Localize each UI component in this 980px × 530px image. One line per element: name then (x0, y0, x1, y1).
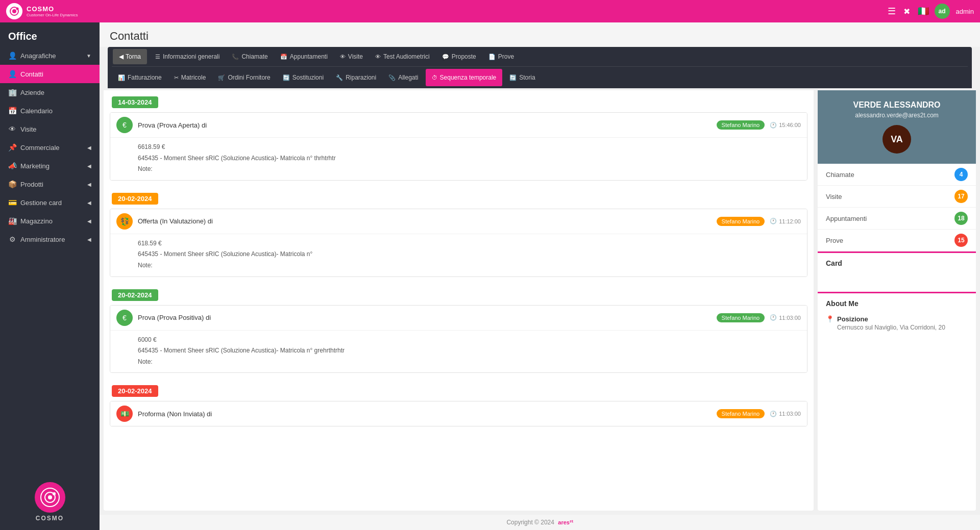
event-detail-price-3: 6000 € (138, 335, 801, 346)
sidebar-item-anagrafiche[interactable]: 👤 Anagrafiche ▼ (0, 46, 100, 65)
event-detail-product-3: 645435 - Moment Sheer sRIC (Soluzione Ac… (138, 345, 801, 357)
contact-card-header: VERDE ALESSANDRO alessandro.verde@ares2t… (818, 90, 976, 164)
card-section-title: Card (818, 253, 976, 271)
tab-proposte[interactable]: 💬 Proposte (436, 47, 482, 66)
sidebar: Office 👤 Anagrafiche ▼ 👤 Contatti 🏢 Azie… (0, 22, 100, 530)
hamburger-icon[interactable]: ☰ (888, 6, 896, 17)
event-title-1: Prova (Prova Aperta) di (138, 121, 712, 129)
tab-matricole-label: Matricole (181, 74, 206, 81)
tab-fatturazione-label: Fatturazione (128, 74, 162, 81)
tab-sequenza-label: Sequenza temporale (440, 74, 497, 81)
tab-appuntamenti[interactable]: 📅 Appuntamenti (274, 47, 334, 66)
sidebar-label-aziende: Aziende (20, 89, 44, 96)
tab-prove-label: Prove (498, 53, 514, 60)
tab-test[interactable]: 👁 Test Audiometrici (369, 47, 436, 66)
chevron-icon-comm: ◀ (87, 145, 91, 150)
sidebar-item-calendario[interactable]: 📅 Calendario (0, 102, 100, 120)
stat-prove: Prove 15 (818, 230, 976, 251)
sidebar-label-amministratore: Amministratore (20, 236, 65, 243)
sidebar-bottom: COSMO (0, 474, 100, 530)
sidebar-item-gestione-card[interactable]: 💳 Gestione card ◀ (0, 193, 100, 212)
chevron-icon-mag: ◀ (87, 218, 91, 224)
audio-icon: 👁 (375, 54, 381, 60)
sidebar-item-amministratore[interactable]: ⚙ Amministratore ◀ (0, 230, 100, 248)
sidebar-item-magazzino[interactable]: 🏭 Magazzino ◀ (0, 212, 100, 230)
tab-chiamate-label: Chiamate (241, 53, 267, 60)
sidebar-item-aziende[interactable]: 🏢 Aziende (0, 83, 100, 102)
back-button[interactable]: ◀ Torna (113, 49, 147, 64)
date-badge-2: 20-02-2024 (112, 193, 158, 205)
tab-sequenza[interactable]: ⏱ Sequenza temporale (426, 69, 503, 86)
event-detail-product-2: 645435 - Moment Sheer sRIC (Soluzione Ac… (138, 249, 801, 260)
repair-icon: 🔧 (336, 74, 343, 81)
box-icon: 📦 (8, 180, 16, 188)
event-header-2: 💱 Offerta (In Valutazione) di Stefano Ma… (110, 209, 807, 234)
subnav-wrapper: ◀ Torna ☰ Informazioni generali 📞 Chiama… (100, 47, 980, 90)
page-footer: Copyright © 2024 ares²ᵗ (100, 515, 980, 530)
sidebar-label-visite: Visite (20, 125, 37, 133)
tab-sostituzioni[interactable]: 🔄 Sostituzioni (277, 67, 330, 88)
billing-icon: 📊 (118, 74, 125, 81)
gear-icon: ⚙ (8, 235, 16, 243)
card-icon: 💳 (8, 198, 16, 207)
event-time-2: 🕐 11:12:00 (770, 218, 801, 224)
clock-icon-2: 🕐 (770, 218, 777, 224)
replace-icon: 🔄 (283, 74, 290, 81)
settings-icon[interactable]: ✖ (902, 6, 912, 16)
prove-icon: 📄 (488, 54, 496, 60)
timeline-icon: ⏱ (432, 74, 437, 81)
tab-matricole[interactable]: ✂ Matricole (168, 67, 212, 88)
chevron-icon-prod: ◀ (87, 182, 91, 187)
sidebar-item-commerciale[interactable]: 📌 Commerciale ◀ (0, 138, 100, 157)
svg-point-2 (12, 9, 16, 13)
tab-riparazioni[interactable]: 🔧 Riparazioni (330, 67, 382, 88)
tab-chiamate[interactable]: 📞 Chiamate (226, 47, 274, 66)
tab-allegati[interactable]: 📎 Allegati (382, 67, 424, 88)
event-detail-product-1: 645435 - Moment Sheer sRIC (Soluzione Ac… (138, 153, 801, 164)
event-time-3: 🕐 11:03:00 (770, 314, 801, 321)
tab-sostituzioni-label: Sostituzioni (292, 74, 324, 81)
tab-fatturazione[interactable]: 📊 Fatturazione (112, 67, 168, 88)
event-title-2: Offerta (In Valutazione) di (138, 217, 712, 225)
eye2-icon: 👁 (340, 54, 346, 60)
flag-icon[interactable]: 🇮🇹 (918, 6, 928, 16)
stat-badge-prove: 15 (954, 234, 968, 247)
subnav-row2: 📊 Fatturazione ✂ Matricole 🛒 Ordini Forn… (112, 67, 968, 88)
date-badge-3: 20-02-2024 (112, 289, 158, 301)
sidebar-section-title: Office (0, 22, 100, 46)
tab-prove[interactable]: 📄 Prove (482, 47, 520, 66)
event-header-3: € Prova (Prova Positiva) di Stefano Mari… (110, 306, 807, 330)
event-detail-price-2: 618.59 € (138, 238, 801, 249)
sidebar-item-marketing[interactable]: 📣 Marketing ◀ (0, 157, 100, 175)
tab-storia[interactable]: 🔄 Storia (503, 67, 541, 88)
event-header-4: 💵 Proforma (Non Inviata) di Stefano Mari… (110, 401, 807, 426)
page-title: Contatti (110, 30, 970, 43)
user-avatar[interactable]: ad (935, 4, 950, 19)
table-row: € Prova (Prova Positiva) di Stefano Mari… (110, 305, 807, 373)
sidebar-item-prodotti[interactable]: 📦 Prodotti ◀ (0, 175, 100, 193)
tab-ordini[interactable]: 🛒 Ordini Fornitore (212, 67, 276, 88)
event-detail-note-3: Note: (138, 357, 801, 368)
tab-info[interactable]: ☰ Informazioni generali (149, 47, 226, 66)
building-icon: 🏢 (8, 88, 16, 96)
svg-point-3 (16, 8, 19, 10)
event-detail-note-2: Note: (138, 260, 801, 271)
stat-badge-visite: 17 (954, 190, 968, 203)
sidebar-item-contatti[interactable]: 👤 Contatti (0, 65, 100, 83)
about-value-posizione: Cernusco sul Naviglio, Via Corridoni, 20 (826, 324, 945, 331)
logo-area: COSMO Customer On-Life Dynamics (6, 3, 78, 19)
nav-right: ✖ 🇮🇹 ad admin (902, 4, 974, 19)
sidebar-label-calendario: Calendario (20, 107, 53, 115)
sidebar-label-gestione-card: Gestione card (20, 199, 62, 207)
clock-icon-3: 🕐 (770, 314, 777, 321)
tab-visite[interactable]: 👁 Visite (334, 47, 369, 66)
svg-point-6 (48, 495, 52, 499)
date-badge-4: 20-02-2024 (112, 385, 158, 397)
back-btn-label: Torna (126, 53, 141, 60)
user-name[interactable]: admin (956, 8, 974, 15)
stat-badge-appuntamenti: 18 (954, 212, 968, 225)
footer-text: Copyright © 2024 (506, 519, 554, 526)
author-badge-1: Stefano Marino (717, 120, 765, 130)
sidebar-item-visite[interactable]: 👁 Visite (0, 120, 100, 138)
stat-visite: Visite 17 (818, 186, 976, 208)
